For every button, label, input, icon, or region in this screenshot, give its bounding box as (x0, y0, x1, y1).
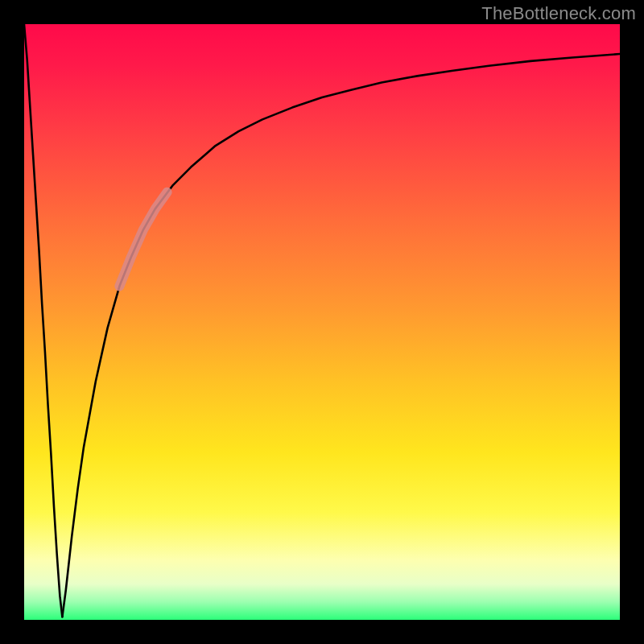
curve-right-branch (62, 54, 620, 617)
plot-area (24, 24, 620, 620)
chart-stage: TheBottleneck.com (0, 0, 644, 644)
curve-highlight-segment (119, 192, 167, 287)
curve-layer (24, 24, 620, 620)
watermark-text: TheBottleneck.com (481, 3, 636, 24)
curve-left-branch (24, 24, 62, 617)
